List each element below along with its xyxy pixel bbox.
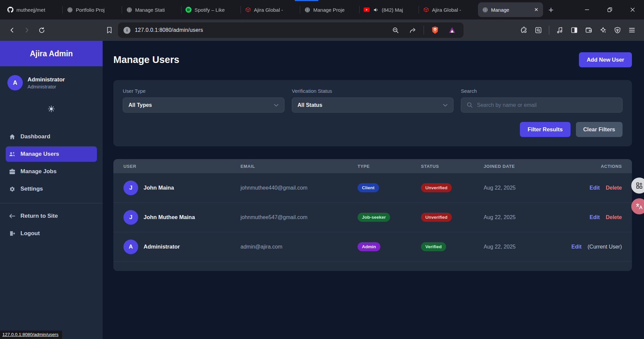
tab-github[interactable]: mutheejj/met — [3, 0, 62, 19]
leo-ai-icon[interactable] — [597, 24, 609, 36]
delete-link[interactable]: Delete — [606, 214, 622, 220]
users-icon — [9, 151, 15, 157]
search-tabs-icon[interactable] — [532, 24, 544, 36]
search-input[interactable] — [477, 102, 617, 108]
browser-tab-bar: mutheejj/met Portfolio Proj Manage Stati… — [0, 0, 644, 19]
toolbar-divider — [549, 26, 549, 35]
laravel-icon — [423, 7, 429, 13]
column-header-status: STATUS — [421, 164, 484, 169]
tab-title: Manage Proje — [313, 7, 355, 13]
bookmark-icon[interactable] — [103, 24, 115, 36]
table-row: J John Maina johnmuthee440@gmail.com Cli… — [113, 173, 632, 203]
url-text[interactable]: 127.0.0.1:8080/admin/users — [135, 27, 385, 33]
new-tab-button[interactable]: + — [548, 5, 553, 14]
urlbar-actions — [389, 24, 458, 36]
reload-button[interactable] — [36, 24, 48, 36]
content-header: Manage Users Add New User — [113, 52, 632, 67]
theme-toggle-button[interactable] — [48, 105, 55, 113]
profile-card: A Administrator Administrator — [0, 66, 103, 93]
main-content: Manage Users Add New User User Type All … — [103, 41, 644, 339]
search-label: Search — [461, 88, 623, 94]
gear-icon — [9, 186, 15, 192]
avatar: J — [123, 210, 138, 225]
tab-manage-stations[interactable]: Manage Stati — [122, 0, 181, 19]
user-email: johnmuthee440@gmail.com — [240, 185, 358, 191]
extensions-icon[interactable] — [518, 24, 530, 36]
sidebar-panel-icon[interactable] — [568, 24, 580, 36]
users-table: USER EMAIL TYPE STATUS JOINED DATE ACTIO… — [113, 159, 632, 271]
tab-audio-icon[interactable] — [373, 7, 379, 13]
globe-icon — [126, 7, 132, 13]
sidebar-item-logout[interactable]: Logout — [0, 226, 103, 241]
wallet-icon[interactable] — [583, 24, 595, 36]
page-info-icon[interactable]: i — [123, 27, 130, 34]
tab-ajira-global-2[interactable]: Ajira Global - — [419, 0, 478, 19]
tab-title: Manage Stati — [135, 7, 177, 13]
filter-results-button[interactable]: Filter Results — [520, 122, 571, 137]
music-playlist-icon[interactable] — [554, 24, 566, 36]
tab-manage-projects[interactable]: Manage Proje — [300, 0, 359, 19]
urlbar-divider — [424, 26, 424, 35]
globe-icon — [482, 7, 488, 13]
user-type-label: User Type — [123, 88, 284, 94]
tab-manage-users-active[interactable]: Manage ✕ — [478, 2, 543, 17]
close-window-button[interactable] — [621, 0, 644, 19]
address-bar[interactable]: i 127.0.0.1:8080/admin/users — [118, 22, 464, 38]
status-bar: 127.0.0.1:8080/admin/users — [0, 331, 62, 339]
menu-icon[interactable] — [626, 24, 638, 36]
verification-status-value: All Status — [298, 102, 443, 108]
sidebar-item-manage-users[interactable]: Manage Users — [6, 146, 97, 162]
delete-link[interactable]: Delete — [606, 185, 622, 191]
restore-button[interactable] — [598, 0, 621, 19]
clear-filters-button[interactable]: Clear Filters — [576, 122, 623, 137]
github-icon — [7, 7, 13, 13]
verification-status-field: Verification Status All Status — [292, 88, 453, 113]
brand-title: Ajira Admin — [0, 41, 103, 66]
verification-status-select[interactable]: All Status — [292, 97, 453, 113]
user-type-select[interactable]: All Types — [123, 97, 284, 113]
chevron-down-icon — [274, 104, 279, 107]
sidebar-item-return-to-site[interactable]: Return to Site — [0, 208, 103, 224]
sidebar-item-settings[interactable]: Settings — [0, 181, 103, 197]
tab-ajira-global-1[interactable]: Ajira Global - — [241, 0, 300, 19]
column-header-type: TYPE — [358, 164, 421, 169]
edit-link[interactable]: Edit — [572, 244, 582, 250]
tab-spotify[interactable]: Spotify – Like — [181, 0, 240, 19]
sidebar-item-manage-jobs[interactable]: Manage Jobs — [0, 164, 103, 179]
user-email: admin@ajira.com — [240, 244, 358, 250]
profile-avatar: A — [7, 75, 23, 90]
edit-link[interactable]: Edit — [590, 185, 600, 191]
profile-role: Administrator — [28, 84, 65, 89]
add-new-user-button[interactable]: Add New User — [579, 52, 632, 67]
globe-icon — [67, 7, 73, 13]
sidebar-item-label: Return to Site — [20, 213, 58, 219]
tab-portfolio[interactable]: Portfolio Proj — [63, 0, 122, 19]
vpn-shield-icon[interactable] — [611, 24, 624, 36]
tab-loading-indicator — [295, 0, 318, 1]
back-button[interactable] — [6, 24, 18, 36]
logout-icon — [9, 230, 15, 236]
minimize-button[interactable] — [576, 0, 598, 19]
status-badge: Unverified — [421, 213, 452, 222]
user-email: johnmuthee547@gmail.com — [240, 214, 358, 220]
tab-close-icon[interactable]: ✕ — [533, 7, 539, 13]
column-header-actions: ACTIONS — [571, 164, 622, 169]
toolbar-right-icons — [518, 24, 638, 36]
spotify-icon — [185, 7, 192, 13]
sidebar-item-dashboard[interactable]: Dashboard — [0, 129, 103, 144]
brave-shield-icon[interactable] — [429, 24, 441, 36]
edit-link[interactable]: Edit — [590, 214, 600, 220]
brave-rewards-icon[interactable] — [446, 24, 458, 36]
sidebar-item-label: Settings — [20, 186, 43, 192]
zoom-out-icon[interactable] — [389, 24, 401, 36]
sidebar-item-label: Dashboard — [20, 133, 50, 140]
column-header-user: USER — [123, 164, 240, 169]
tab-youtube[interactable]: (842) Maj — [360, 0, 419, 19]
search-box — [461, 97, 623, 113]
tab-title: Portfolio Proj — [76, 7, 118, 13]
arrow-left-icon — [9, 213, 15, 219]
filters-grid: User Type All Types Verification Status … — [123, 88, 623, 113]
share-icon[interactable] — [407, 24, 419, 36]
forward-button[interactable] — [21, 24, 33, 36]
profile-name: Administrator — [28, 76, 65, 83]
